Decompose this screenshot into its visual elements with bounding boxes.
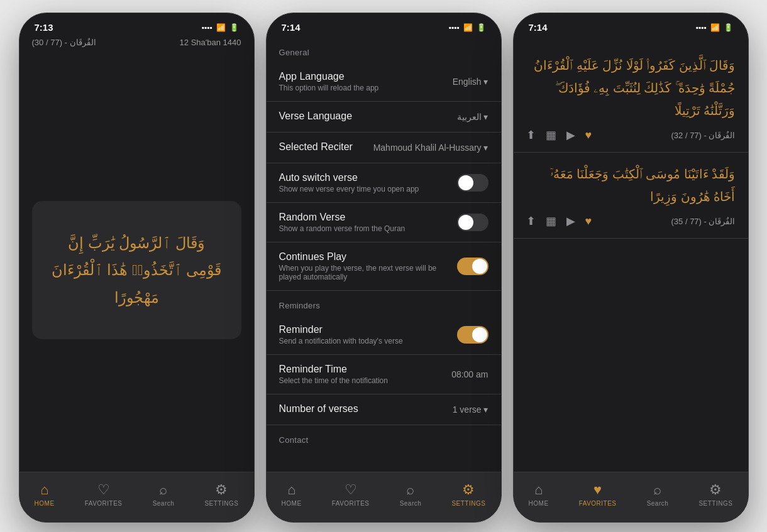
home-icon: ⌂ [40, 482, 48, 498]
phone-settings: 7:14 ▪▪▪▪ 📶 🔋 General App Language This … [266, 13, 502, 523]
fav-actions-2: ⬆ ▦ ▶ ♥ [526, 214, 592, 228]
verse-area: وَقَالَ ٱلرَّسُولُ يَٰرَبِّ إِنَّ قَوْمِ… [19, 53, 254, 487]
section-reminders: Reminders [267, 291, 501, 315]
row-sub-random-verse: Show a random verse from the Quran [279, 224, 457, 233]
verse-card: وَقَالَ ٱلرَّسُولُ يَٰرَبِّ إِنَّ قَوْمِ… [32, 201, 241, 339]
settings-scroll: General App Language This option will re… [267, 38, 501, 522]
nav-favorites-label-f: FAVORITES [579, 500, 617, 507]
row-title-auto-switch: Auto switch verse [279, 172, 457, 183]
row-continues-play: Continues Play When you play the verse, … [267, 242, 501, 291]
row-value-verse-language[interactable]: العربية ▾ [457, 112, 488, 122]
battery-icon-2: 🔋 [477, 23, 486, 32]
wifi-icon-2: 📶 [463, 23, 473, 32]
grid-action-1[interactable]: ▦ [546, 128, 556, 142]
signal-icon: ▪▪▪▪ [201, 23, 212, 32]
battery-icon-3: 🔋 [724, 23, 733, 32]
row-reciter[interactable]: Selected Reciter Mahmoud Khalil Al-Hussa… [267, 133, 501, 163]
row-title-reciter: Selected Reciter [279, 141, 373, 153]
nav-settings[interactable]: ⚙ SETTINGS [204, 482, 238, 507]
fav-item-1: وَقَالَ ٱلَّذِينَ كَفَرُوا۟ لَوْلَا نُزِ… [514, 44, 748, 153]
signal-icon-2: ▪▪▪▪ [448, 23, 459, 32]
row-value-num-verses[interactable]: 1 verse ▾ [453, 404, 488, 415]
status-bar-fav: 7:14 ▪▪▪▪ 📶 🔋 [514, 13, 748, 38]
favorites-icon-f: ♥ [593, 482, 602, 498]
settings-icon-s: ⚙ [462, 482, 475, 498]
row-reminder-time[interactable]: Reminder Time Select the time of the not… [267, 355, 501, 394]
time-home: 7:13 [35, 22, 53, 33]
row-left-app-language: App Language This option will reload the… [279, 71, 453, 92]
verse-ref-left: الفُرقَان - (77 / 30) [32, 38, 96, 47]
verse-date: 12 Sha'ban 1440 [180, 38, 241, 47]
favorites-icon: ♡ [97, 482, 110, 498]
row-sub-reminder-time: Select the time of the notification [279, 376, 452, 385]
row-left-random-verse: Random Verse Show a random verse from th… [279, 212, 457, 233]
nav-favorites[interactable]: ♡ FAVORITES [85, 482, 123, 507]
settings-icon: ⚙ [215, 482, 228, 498]
nav-home-label: HOME [35, 500, 55, 507]
row-left-verse-language: Verse Language [279, 111, 457, 123]
row-value-app-language[interactable]: English ▾ [453, 77, 488, 87]
row-left-reminder-time: Reminder Time Select the time of the not… [279, 364, 452, 385]
row-left-reciter: Selected Reciter [279, 141, 373, 154]
nav-search-s[interactable]: ⌕ Search [400, 482, 422, 507]
fav-actions-1: ⬆ ▦ ▶ ♥ [526, 128, 592, 142]
heart-action-2[interactable]: ♥ [585, 215, 592, 228]
nav-settings-s[interactable]: ⚙ SETTINGS [451, 482, 485, 507]
row-app-language[interactable]: App Language This option will reload the… [267, 62, 501, 102]
nav-home-f[interactable]: ⌂ HOME [529, 482, 549, 507]
nav-search[interactable]: ⌕ Search [153, 482, 175, 507]
share-action-1[interactable]: ⬆ [526, 128, 536, 142]
nav-favorites-f[interactable]: ♥ FAVORITES [579, 482, 617, 507]
row-sub-continues-play: When you play the verse, the next verse … [279, 264, 457, 281]
search-icon: ⌕ [159, 482, 167, 498]
verse-text: وَقَالَ ٱلرَّسُولُ يَٰرَبِّ إِنَّ قَوْمِ… [51, 229, 223, 311]
play-action-2[interactable]: ▶ [566, 214, 575, 228]
row-auto-switch: Auto switch verse Show new verse every t… [267, 163, 501, 203]
nav-home[interactable]: ⌂ HOME [35, 482, 55, 507]
favorites-icon-s: ♡ [345, 482, 357, 498]
toggle-continues-play[interactable] [457, 258, 488, 275]
wifi-icon: 📶 [216, 23, 226, 32]
nav-search-label-s: Search [400, 500, 422, 507]
nav-settings-f[interactable]: ⚙ SETTINGS [698, 482, 732, 507]
toggle-auto-switch[interactable] [457, 174, 488, 192]
nav-favorites-label: FAVORITES [85, 500, 123, 507]
heart-action-1[interactable]: ♥ [585, 129, 592, 142]
row-title-continues-play: Continues Play [279, 251, 457, 263]
nav-search-label: Search [153, 500, 175, 507]
play-action-1[interactable]: ▶ [566, 128, 575, 142]
fav-item-2: وَلَقَدْ ءَاتَيْنَا مُوسَى ٱلْكِتَٰبَ وَ… [514, 153, 748, 239]
bottom-nav-home: ⌂ HOME ♡ FAVORITES ⌕ Search ⚙ SETTINGS [19, 472, 254, 522]
share-action-2[interactable]: ⬆ [526, 214, 536, 228]
nav-search-f[interactable]: ⌕ Search [647, 482, 669, 507]
row-verse-language[interactable]: Verse Language العربية ▾ [267, 102, 501, 133]
status-icons-fav: ▪▪▪▪ 📶 🔋 [695, 23, 732, 32]
search-icon-s: ⌕ [406, 482, 414, 498]
row-value-reminder-time[interactable]: 08:00 am [451, 369, 488, 379]
status-bar-home: 7:13 ▪▪▪▪ 📶 🔋 [19, 13, 254, 38]
grid-action-2[interactable]: ▦ [546, 214, 556, 228]
row-title-app-language: App Language [279, 71, 453, 82]
row-title-random-verse: Random Verse [279, 212, 457, 223]
row-left-continues-play: Continues Play When you play the verse, … [279, 251, 457, 281]
nav-favorites-s[interactable]: ♡ FAVORITES [332, 482, 370, 507]
home-icon-s: ⌂ [287, 482, 295, 498]
nav-favorites-label-s: FAVORITES [332, 500, 370, 507]
row-value-reciter[interactable]: Mahmoud Khalil Al-Hussary ▾ [373, 143, 488, 153]
bottom-nav-settings: ⌂ HOME ♡ FAVORITES ⌕ Search ⚙ SETTINGS [267, 472, 501, 522]
status-icons-settings: ▪▪▪▪ 📶 🔋 [448, 23, 485, 32]
row-title-verse-language: Verse Language [279, 111, 457, 122]
verse-header: الفُرقَان - (77 / 30) 12 Sha'ban 1440 [19, 38, 254, 53]
fav-meta-1: ⬆ ▦ ▶ ♥ الفُرقَان - (77 / 32) [526, 128, 736, 142]
row-num-verses[interactable]: Number of verses 1 verse ▾ [267, 394, 501, 425]
signal-icon-3: ▪▪▪▪ [695, 23, 706, 32]
toggle-random-verse[interactable] [457, 214, 488, 231]
row-title-reminder-time: Reminder Time [279, 364, 452, 375]
phone-favorites: 7:14 ▪▪▪▪ 📶 🔋 وَقَالَ ٱلَّذِينَ كَفَرُوا… [513, 13, 749, 523]
fav-ref-1: الفُرقَان - (77 / 32) [671, 131, 735, 140]
nav-home-s[interactable]: ⌂ HOME [282, 482, 302, 507]
fav-verse-2: وَلَقَدْ ءَاتَيْنَا مُوسَى ٱلْكِتَٰبَ وَ… [526, 163, 736, 208]
toggle-reminder[interactable] [457, 326, 488, 344]
favorites-list: وَقَالَ ٱلَّذِينَ كَفَرُوا۟ لَوْلَا نُزِ… [514, 38, 748, 522]
row-sub-reminder: Send a notification with today's verse [279, 337, 457, 345]
